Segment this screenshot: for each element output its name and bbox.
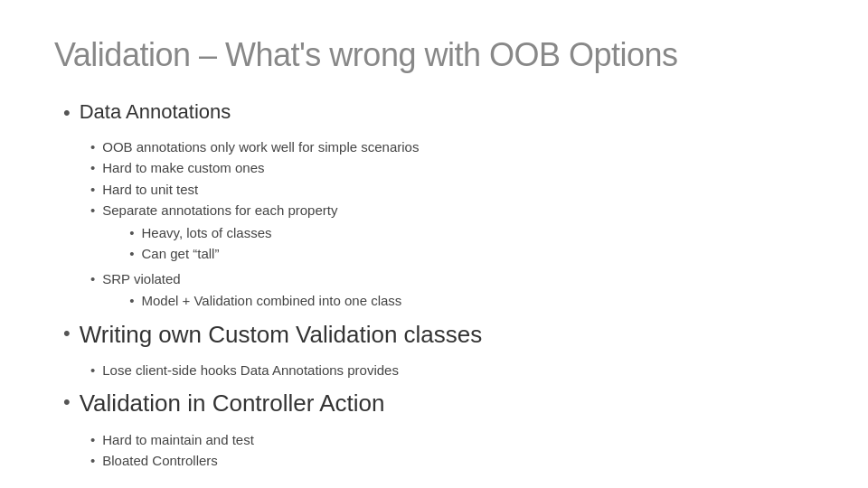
main-bullet-writing: • Writing own Custom Validation classes (63, 320, 814, 351)
list-item: • Lose client-side hooks Data Annotation… (90, 361, 814, 381)
main-bullet-controller: • Validation in Controller Action (63, 389, 814, 419)
section-data-annotations: • Data Annotations • OOB annotations onl… (63, 99, 814, 313)
main-bullet-data-annotations: • Data Annotations (63, 99, 814, 127)
main-bullet-label-writing: Writing own Custom Validation classes (80, 320, 483, 351)
sub-item-text: OOB annotations only work well for simpl… (102, 137, 419, 158)
sub-sub-item-text: Model + Validation combined into one cla… (142, 291, 402, 312)
sub-item-text: Separate annotations for each property (102, 202, 337, 218)
sub-sub-list: • Heavy, lots of classes • Can get “tall… (102, 223, 337, 265)
sub-dot: • (90, 430, 95, 451)
sub-sub-dot: • (129, 223, 134, 244)
sub-list-writing: • Lose client-side hooks Data Annotation… (63, 361, 814, 381)
sub-item-text: Hard to make custom ones (102, 158, 264, 179)
list-item: • OOB annotations only work well for sim… (90, 137, 814, 158)
main-bullet-label-data-annotations: Data Annotations (80, 99, 231, 126)
sub-dot: • (90, 137, 95, 158)
sub-sub-item-text: Heavy, lots of classes (142, 223, 272, 244)
main-bullet-label-controller: Validation in Controller Action (80, 389, 385, 419)
list-item: • Hard to make custom ones (90, 158, 814, 179)
sub-dot: • (90, 361, 95, 381)
list-item: • Hard to maintain and test (90, 430, 814, 451)
slide: Validation – What's wrong with OOB Optio… (0, 0, 868, 488)
sub-dot: • (90, 180, 95, 201)
section-controller: • Validation in Controller Action • Hard… (63, 389, 814, 472)
bullet-dot: • (63, 321, 71, 347)
sub-dot: • (90, 201, 95, 221)
srp-text: SRP violated (102, 271, 180, 286)
bullet-dot: • (63, 100, 71, 127)
list-item: • Model + Validation combined into one c… (129, 291, 401, 312)
sub-dot: • (90, 269, 95, 290)
sub-sub-item-text: Can get “tall” (142, 244, 220, 265)
list-item: • SRP violated • Model + Validation comb… (90, 269, 814, 313)
bullet-dot: • (63, 389, 71, 416)
sub-item-text: Lose client-side hooks Data Annotations … (102, 361, 399, 381)
sub-item-text: Bloated Controllers (102, 451, 218, 472)
slide-content: • Data Annotations • OOB annotations onl… (54, 99, 814, 472)
sub-dot: • (90, 158, 95, 179)
sub-list-data-annotations: • OOB annotations only work well for sim… (63, 137, 814, 266)
list-item: • Hard to unit test (90, 180, 814, 201)
sub-item-text: Hard to maintain and test (102, 430, 254, 451)
list-item: • Can get “tall” (129, 244, 337, 265)
list-item: • Bloated Controllers (90, 451, 814, 472)
sub-sub-dot: • (129, 244, 134, 265)
sub-item-text: Hard to unit test (102, 180, 198, 201)
srp-item: SRP violated • Model + Validation combin… (102, 269, 401, 313)
sub-sub-dot: • (129, 291, 134, 312)
sub-list-srp: • SRP violated • Model + Validation comb… (63, 269, 814, 313)
sub-list-controller: • Hard to maintain and test • Bloated Co… (63, 430, 814, 472)
list-item: • Heavy, lots of classes (129, 223, 337, 244)
section-writing-custom: • Writing own Custom Validation classes … (63, 320, 814, 381)
srp-sub-list: • Model + Validation combined into one c… (102, 291, 401, 312)
sub-item-with-children: Separate annotations for each property •… (102, 201, 337, 266)
sub-dot: • (90, 451, 95, 472)
slide-title: Validation – What's wrong with OOB Optio… (54, 36, 814, 74)
list-item: • Separate annotations for each property… (90, 201, 814, 266)
